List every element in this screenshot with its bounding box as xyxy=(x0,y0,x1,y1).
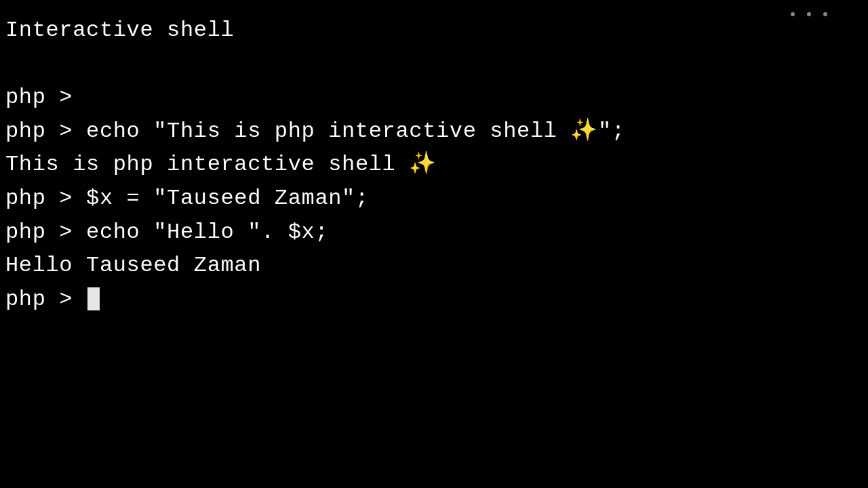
prompt-line-2: php > echo "This is php interactive shel… xyxy=(5,115,863,148)
window-dot-3 xyxy=(823,12,827,16)
sparkle-icon-1: ✨ xyxy=(570,119,598,144)
prompt-line-4: php > echo "Hello ". $x; xyxy=(5,216,863,249)
window-dot-1 xyxy=(791,12,795,16)
prompt-line-1: php > xyxy=(5,81,863,115)
title-line: Interactive shell xyxy=(5,14,863,47)
prompt-line-3: php > $x = "Tauseed Zaman"; xyxy=(5,182,863,216)
window-dot-2 xyxy=(807,12,811,16)
window-controls xyxy=(791,12,827,16)
blank-line-1 xyxy=(5,47,863,81)
terminal-window[interactable]: Interactive shell php > php > echo "This… xyxy=(0,0,868,488)
output-line-2: Hello Tauseed Zaman xyxy=(5,249,863,283)
cursor xyxy=(87,287,100,310)
output-line-1: This is php interactive shell ✨ xyxy=(5,148,863,182)
terminal-content: Interactive shell php > php > echo "This… xyxy=(5,14,863,316)
sparkle-icon-2: ✨ xyxy=(409,152,437,177)
prompt-line-5[interactable]: php > xyxy=(5,283,863,317)
